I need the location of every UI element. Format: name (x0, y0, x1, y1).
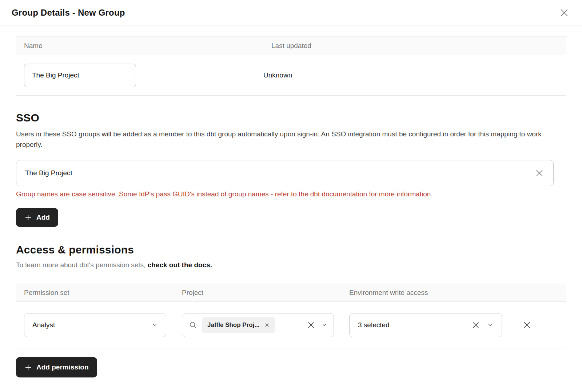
permissions-heading: Access & permissions (16, 244, 566, 256)
sso-group-input[interactable] (25, 169, 534, 177)
sso-description: Users in these SSO groups will be added … (16, 129, 554, 150)
last-updated-value: Unknown (263, 71, 566, 79)
column-header-environment-write-access: Environment write access (349, 289, 511, 297)
group-name-input[interactable] (24, 64, 136, 87)
project-tag: Jaffle Shop Proj... (202, 317, 275, 333)
permissions-table-header: Permission set Project Environment write… (16, 284, 566, 302)
group-name-table-header: Name Last updated (16, 36, 566, 55)
sso-section: SSO Users in these SSO groups will be ad… (16, 112, 566, 227)
permissions-table: Permission set Project Environment write… (16, 284, 566, 348)
permissions-section: Access & permissions To learn more about… (16, 244, 566, 377)
project-tag-remove-icon[interactable] (264, 323, 270, 328)
add-sso-group-button[interactable]: Add (16, 208, 58, 227)
environment-clear-icon[interactable] (471, 320, 481, 330)
chevron-down-icon (152, 322, 158, 328)
modal-title: Group Details - New Group (12, 8, 125, 18)
project-multiselect[interactable]: Jaffle Shop Proj... (182, 313, 334, 337)
column-header-project: Project (182, 289, 349, 297)
page-edge-divider (1, 0, 1, 392)
sso-group-field (16, 160, 554, 186)
chevron-down-icon (321, 322, 327, 328)
group-name-table: Name Last updated Unknown (16, 36, 566, 96)
permissions-intro: To learn more about dbt's permission set… (16, 261, 566, 269)
sso-error-helper: Group names are case sensitive. Some IdP… (16, 190, 566, 198)
permission-row: Analyst (16, 302, 566, 348)
group-name-table-row: Unknown (16, 55, 566, 96)
sso-heading: SSO (16, 112, 566, 124)
docs-link[interactable]: check out the docs. (148, 261, 212, 269)
modal-body: Name Last updated Unknown SSO Users in t… (0, 25, 582, 377)
plus-icon (24, 214, 32, 221)
environment-selected-value: 3 selected (358, 321, 390, 329)
add-permission-label: Add permission (36, 363, 89, 371)
column-header-name: Name (16, 42, 263, 50)
column-header-permission-set: Permission set (16, 289, 182, 297)
permissions-intro-text: To learn more about dbt's permission set… (16, 261, 148, 269)
project-clear-icon[interactable] (306, 320, 316, 330)
modal-header: Group Details - New Group (0, 0, 582, 25)
environment-write-access-select[interactable]: 3 selected (349, 313, 502, 337)
add-permission-button[interactable]: Add permission (16, 357, 97, 377)
permission-set-select[interactable]: Analyst (24, 313, 166, 337)
chevron-down-icon (487, 322, 493, 328)
add-sso-group-label: Add (36, 213, 50, 221)
close-icon[interactable] (558, 7, 570, 19)
plus-icon (24, 364, 32, 371)
search-icon (189, 321, 197, 329)
project-tag-label: Jaffle Shop Proj... (207, 321, 260, 329)
permission-set-value: Analyst (32, 321, 55, 329)
column-header-last-updated: Last updated (263, 42, 566, 50)
delete-permission-row-icon[interactable] (522, 320, 532, 330)
sso-clear-icon[interactable] (534, 168, 545, 178)
